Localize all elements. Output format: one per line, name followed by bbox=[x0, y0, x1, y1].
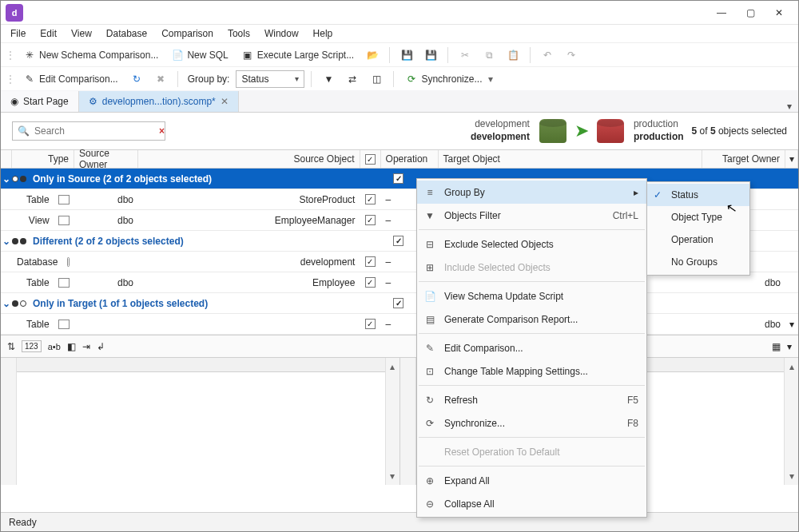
ctx-mapping[interactable]: ⊡Change Table Mapping Settings... bbox=[417, 359, 646, 383]
sub-no-groups[interactable]: No Groups bbox=[647, 251, 749, 273]
refresh-icon: ↻ bbox=[130, 73, 143, 85]
toolbar-comparison: ⋮ ✎Edit Comparison... ↻ ✖ Group by: Stat… bbox=[1, 66, 798, 90]
row-checkbox[interactable]: ✓ bbox=[365, 256, 376, 267]
group-checkbox[interactable]: ✓ bbox=[393, 298, 403, 308]
minimize-button[interactable]: — bbox=[707, 2, 736, 24]
undo-button[interactable]: ↶ bbox=[537, 46, 558, 65]
search-input[interactable]: 🔍 × bbox=[12, 121, 165, 141]
table-row[interactable]: Table ✓ – dbo ▾ bbox=[1, 314, 798, 335]
new-schema-comparison-button[interactable]: ✳New Schema Comparison... bbox=[18, 46, 163, 65]
ctx-collapse-all[interactable]: ⊖Collapse All bbox=[417, 492, 646, 515]
menu-comparison[interactable]: Comparison bbox=[155, 26, 220, 41]
chevron-down-icon[interactable]: ▾ bbox=[787, 341, 792, 352]
execute-large-script-button[interactable]: ▣Execute Large Script... bbox=[237, 46, 359, 65]
search-field[interactable] bbox=[34, 125, 154, 137]
database-icon bbox=[67, 257, 70, 267]
diff-wrap-icon[interactable]: ↲ bbox=[97, 341, 105, 352]
row-checkbox[interactable]: ✓ bbox=[365, 215, 376, 225]
toolbar-grip-icon: ⋮ bbox=[6, 73, 15, 85]
row-checkbox[interactable]: ✓ bbox=[365, 277, 376, 288]
diff-mode-text-icon[interactable]: a•b bbox=[48, 342, 61, 351]
open-dropdown-button[interactable]: 📂 bbox=[362, 46, 383, 65]
new-sql-button[interactable]: 📄New SQL bbox=[166, 46, 233, 65]
menu-window[interactable]: Window bbox=[258, 26, 305, 41]
target-db-small: production bbox=[634, 118, 684, 131]
mapping-icon: ⊡ bbox=[423, 366, 436, 377]
cut-button[interactable]: ✂ bbox=[455, 46, 475, 65]
row-checkbox[interactable]: ✓ bbox=[365, 319, 376, 329]
col-type[interactable]: Type bbox=[12, 150, 74, 168]
schema-icon: ⚙ bbox=[89, 96, 97, 107]
save-button[interactable]: 💾 bbox=[396, 46, 417, 65]
diff-nav-icon[interactable]: ⇅ bbox=[7, 341, 15, 352]
cut-icon: ✂ bbox=[459, 49, 471, 62]
menu-tools[interactable]: Tools bbox=[221, 26, 256, 41]
scrollbar[interactable]: ▴▾ bbox=[385, 358, 400, 485]
app-logo-icon: d bbox=[6, 4, 23, 22]
tab-comparison-active[interactable]: ⚙developmen...tion).scomp*✕ bbox=[79, 91, 239, 112]
maximize-button[interactable]: ▢ bbox=[736, 2, 765, 24]
menu-database[interactable]: Database bbox=[100, 26, 153, 41]
diff-mode-icon[interactable]: 123 bbox=[22, 340, 42, 352]
save-all-button[interactable]: 💾 bbox=[420, 46, 441, 65]
col-operation[interactable]: Operation bbox=[381, 150, 439, 168]
expand-icon[interactable]: ⌄ bbox=[1, 173, 12, 185]
target-db-icon bbox=[597, 119, 624, 143]
save-all-icon: 💾 bbox=[424, 49, 437, 62]
row-checkbox[interactable]: ✓ bbox=[365, 194, 376, 204]
paste-button[interactable]: 📋 bbox=[503, 46, 523, 65]
tab-overflow-button[interactable]: ▾ bbox=[781, 101, 798, 112]
expand-icon[interactable]: ⌄ bbox=[1, 298, 12, 309]
ctx-expand-all[interactable]: ⊕Expand All bbox=[417, 469, 646, 492]
col-select-all[interactable]: ✓ bbox=[360, 150, 381, 168]
layout-button[interactable]: ◫ bbox=[366, 69, 387, 89]
sync-icon: ⟳ bbox=[423, 418, 436, 429]
synchronize-button[interactable]: ⟳Synchronize...▾ bbox=[400, 69, 498, 89]
col-dropdown[interactable]: ▾ bbox=[785, 150, 798, 168]
diff-grid-icon[interactable]: ▦ bbox=[772, 341, 781, 352]
sub-operation[interactable]: Operation bbox=[647, 228, 749, 251]
ctx-objects-filter[interactable]: ▼Objects FilterCtrl+L bbox=[417, 204, 646, 227]
compare-header: 🔍 × developmentdevelopment ➤ productionp… bbox=[1, 113, 798, 149]
col-target-owner[interactable]: Target Owner bbox=[702, 150, 785, 168]
tab-close-icon[interactable]: ✕ bbox=[221, 96, 229, 107]
menu-file[interactable]: File bbox=[4, 26, 32, 41]
diff-indent-icon[interactable]: ⇥ bbox=[82, 341, 90, 352]
filter-icon: ▼ bbox=[322, 73, 335, 85]
refresh-button[interactable]: ↻ bbox=[126, 69, 147, 89]
copy-button[interactable]: ⧉ bbox=[479, 46, 499, 65]
ctx-synchronize[interactable]: ⟳Synchronize...F8 bbox=[417, 411, 646, 435]
group-only-in-target[interactable]: ⌄ Only in Target (1 of 1 objects selecte… bbox=[1, 293, 798, 314]
group-checkbox[interactable]: ✓ bbox=[393, 173, 403, 184]
menu-help[interactable]: Help bbox=[307, 26, 340, 41]
stop-button[interactable]: ✖ bbox=[150, 69, 171, 89]
ctx-generate-report[interactable]: ▤Generate Comparison Report... bbox=[417, 308, 646, 331]
source-db-icon bbox=[539, 119, 566, 143]
menu-view[interactable]: View bbox=[65, 26, 98, 41]
col-source-owner[interactable]: Source Owner bbox=[74, 150, 138, 168]
group-by-combo[interactable]: Status bbox=[236, 70, 304, 88]
close-button[interactable]: ✕ bbox=[765, 2, 793, 24]
expand-icon: ⊕ bbox=[423, 475, 436, 486]
expand-icon[interactable]: ⌄ bbox=[1, 236, 12, 247]
filter-button[interactable]: ▼ bbox=[318, 69, 339, 89]
ctx-exclude[interactable]: ⊟Exclude Selected Objects bbox=[417, 232, 646, 256]
ctx-edit-comparison[interactable]: ✎Edit Comparison... bbox=[417, 336, 646, 359]
search-icon: 🔍 bbox=[18, 125, 30, 137]
edit-comparison-button[interactable]: ✎Edit Comparison... bbox=[18, 69, 123, 89]
group-checkbox[interactable]: ✓ bbox=[393, 236, 403, 246]
clear-search-icon[interactable]: × bbox=[159, 125, 165, 137]
menu-edit[interactable]: Edit bbox=[34, 26, 63, 41]
col-target-object[interactable]: Target Object bbox=[439, 150, 702, 168]
scrollbar[interactable]: ▴▾ bbox=[784, 358, 798, 485]
col-source-object[interactable]: Source Object bbox=[138, 150, 360, 168]
chevron-down-icon[interactable]: ▾ bbox=[789, 319, 794, 330]
diff-side-icon[interactable]: ◧ bbox=[67, 341, 76, 352]
source-db-name: development bbox=[471, 131, 530, 144]
ctx-view-script[interactable]: 📄View Schema Update Script bbox=[417, 284, 646, 308]
ctx-refresh[interactable]: ↻RefreshF5 bbox=[417, 388, 646, 411]
redo-button[interactable]: ↷ bbox=[561, 46, 582, 65]
tab-start-page[interactable]: ◉Start Page bbox=[1, 91, 79, 112]
swap-button[interactable]: ⇄ bbox=[342, 69, 363, 89]
ctx-group-by[interactable]: ≡Group By▸ bbox=[417, 181, 646, 204]
